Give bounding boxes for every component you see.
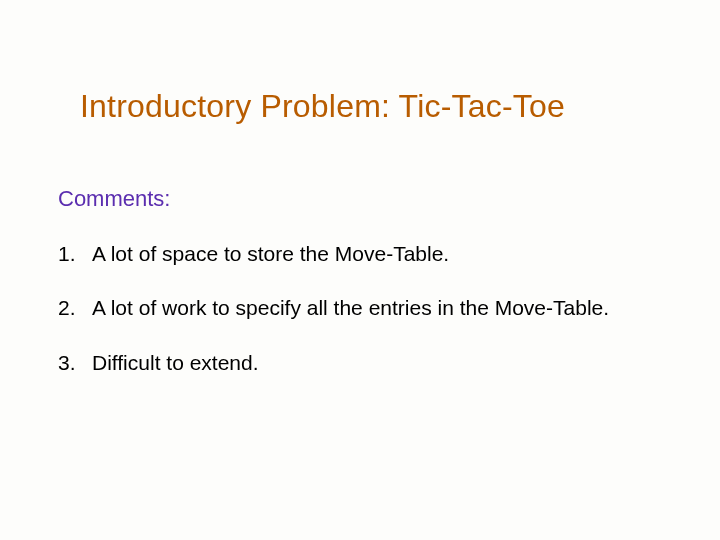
list-text: A lot of space to store the Move-Table. (92, 240, 640, 268)
list-text: Difficult to extend. (92, 349, 640, 377)
list-text: A lot of work to specify all the entries… (92, 294, 640, 322)
list-item: 3. Difficult to extend. (58, 349, 640, 377)
list-item: 2. A lot of work to specify all the entr… (58, 294, 640, 322)
list-number: 2. (58, 294, 92, 322)
list-item: 1. A lot of space to store the Move-Tabl… (58, 240, 640, 268)
list-number: 3. (58, 349, 92, 377)
comments-list: 1. A lot of space to store the Move-Tabl… (58, 240, 640, 403)
slide: Introductory Problem: Tic-Tac-Toe Commen… (0, 0, 720, 540)
comments-heading: Comments: (58, 186, 170, 212)
slide-title: Introductory Problem: Tic-Tac-Toe (80, 88, 680, 125)
list-number: 1. (58, 240, 92, 268)
